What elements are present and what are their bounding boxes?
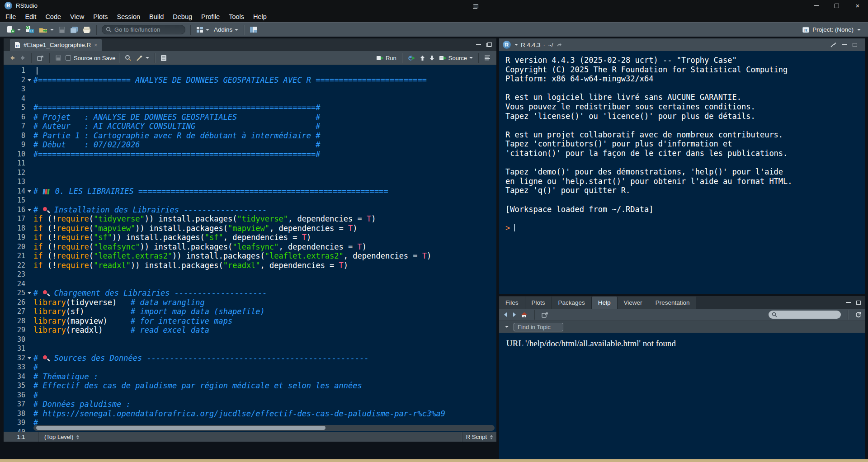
code-line[interactable]: 37# Données paludisme : (4, 400, 496, 409)
clear-console-icon[interactable] (830, 42, 837, 48)
menu-item-build[interactable]: Build (145, 11, 168, 22)
code-line[interactable]: 22if (!require("readxl")) install.packag… (4, 261, 496, 270)
fold-marker-icon[interactable] (25, 75, 33, 85)
code-line[interactable]: 36# (4, 391, 496, 400)
code-line[interactable]: 12 (4, 168, 496, 178)
run-button[interactable]: Run (374, 52, 399, 64)
fold-marker-icon[interactable] (25, 354, 33, 363)
fold-marker-icon[interactable] (25, 205, 33, 215)
cursor-position[interactable]: 1:1 (4, 432, 39, 442)
rerun-button[interactable] (406, 52, 418, 64)
go-previous-section-button[interactable] (418, 52, 427, 64)
maximize-button[interactable] (826, 0, 847, 11)
menu-item-code[interactable]: Code (41, 11, 66, 22)
code-line[interactable]: 28library(mapview) # for interactive map… (4, 316, 496, 326)
maximize-pane-icon[interactable] (853, 43, 857, 47)
open-file-button[interactable] (37, 24, 56, 36)
tab-plots[interactable]: Plots (525, 297, 552, 309)
find-options-button[interactable] (502, 323, 510, 331)
code-line[interactable]: 10#=====================================… (4, 150, 496, 159)
menu-item-help[interactable]: Help (249, 11, 271, 22)
popout-button[interactable] (35, 52, 46, 64)
workspace-grid-button[interactable] (194, 24, 212, 36)
fold-marker-icon[interactable] (25, 187, 33, 196)
scope-selector[interactable]: (Top Level) (39, 434, 79, 440)
menu-item-tools[interactable]: Tools (224, 11, 249, 22)
file-type-selector[interactable]: R Script (462, 432, 496, 442)
forward-button[interactable] (18, 52, 28, 64)
minimize-pane-icon[interactable] (476, 44, 481, 45)
code-line[interactable]: 26library(tidyverse) # data wrangling (4, 298, 496, 307)
code-line[interactable]: 1 (4, 66, 496, 75)
new-project-button[interactable]: R (23, 24, 37, 36)
code-line[interactable]: 35# Effectif des cas de paludisme par ré… (4, 381, 496, 391)
goto-file-input[interactable]: Go to file/function (102, 25, 185, 34)
code-line[interactable]: 19if (!require("sf")) install.packages("… (4, 233, 496, 242)
code-tools-button[interactable] (134, 52, 151, 64)
menu-item-debug[interactable]: Debug (168, 11, 197, 22)
popout-icon[interactable] (542, 312, 548, 318)
tab-files[interactable]: Files (499, 297, 525, 309)
code-line[interactable]: 17if (!require("tidyverse")) install.pac… (4, 214, 496, 224)
code-line[interactable]: 29library(readxl) # read excel data (4, 325, 496, 335)
code-line[interactable]: 16# Installation des Librairies --------… (4, 205, 496, 215)
fold-marker-icon[interactable] (25, 288, 33, 298)
project-menu-button[interactable]: R Project: (None) (802, 26, 863, 33)
help-search-input[interactable] (769, 311, 841, 319)
code-line[interactable]: 14# 0. LES LIBRAIRIES ==================… (4, 187, 496, 196)
code-line[interactable]: 33# (4, 363, 496, 372)
code-line[interactable]: 32# Sources des Données ----------------… (4, 354, 496, 363)
maximize-pane-icon[interactable] (486, 42, 492, 47)
save-file-button[interactable] (53, 52, 64, 64)
back-button[interactable] (7, 52, 18, 64)
console-prompt-line[interactable]: > (505, 223, 865, 233)
new-file-button[interactable] (5, 24, 23, 36)
console-output[interactable]: R version 4.4.3 (2025-02-28 ucrt) -- "Tr… (499, 51, 865, 294)
menu-item-file[interactable]: File (1, 11, 20, 22)
code-line[interactable]: 2#==================== ANALYSE DE DONNEE… (4, 75, 496, 85)
tab-viewer[interactable]: Viewer (618, 297, 649, 309)
home-icon[interactable] (521, 312, 528, 318)
code-line[interactable]: 21if (!require("leaflet.extras2")) insta… (4, 251, 496, 261)
code-line[interactable]: 5#======================================… (4, 103, 496, 113)
horizontal-scrollbar[interactable] (33, 425, 495, 431)
code-line[interactable]: 11 (4, 159, 496, 168)
compile-report-button[interactable] (158, 52, 169, 64)
code-line[interactable]: 8# Partie 1 : Cartographie avec R de déb… (4, 131, 496, 141)
close-tab-icon[interactable] (94, 42, 97, 48)
code-line[interactable]: 38# https://senegal.opendataforafrica.or… (4, 409, 496, 419)
forward-arrow-icon[interactable] (512, 312, 517, 317)
source-button[interactable]: Source (437, 52, 475, 64)
go-next-section-button[interactable] (427, 52, 437, 64)
menu-item-session[interactable]: Session (112, 11, 145, 22)
addins-button[interactable]: Addins (212, 24, 241, 36)
menu-item-plots[interactable]: Plots (89, 11, 112, 22)
menu-item-edit[interactable]: Edit (20, 11, 41, 22)
code-line[interactable]: 23 (4, 270, 496, 279)
code-line[interactable]: 25# Chargement des Librairies ----------… (4, 288, 496, 298)
minimize-pane-icon[interactable] (846, 302, 851, 303)
code-line[interactable]: 3 (4, 85, 496, 94)
code-line[interactable]: 24 (4, 279, 496, 289)
save-all-button[interactable] (68, 24, 80, 36)
minimize-pane-icon[interactable] (842, 44, 847, 45)
minimize-button[interactable] (806, 0, 826, 11)
code-line[interactable]: 15 (4, 196, 496, 205)
code-line[interactable]: 31 (4, 344, 496, 354)
source-on-save-checkbox[interactable] (66, 55, 71, 61)
refresh-icon[interactable] (855, 311, 862, 318)
scrollbar-thumb[interactable] (36, 426, 326, 430)
code-line[interactable]: 30 (4, 335, 496, 344)
restore-pane-icon[interactable] (473, 4, 478, 9)
document-outline-button[interactable] (482, 52, 493, 64)
panes-layout-button[interactable] (247, 24, 259, 36)
open-in-window-icon[interactable] (556, 42, 562, 47)
print-button[interactable] (80, 24, 93, 36)
find-in-topic-input[interactable]: Find in Topic (514, 323, 563, 331)
code-line[interactable]: 18if (!require("mapview")) install.packa… (4, 224, 496, 233)
editor-tab[interactable]: R #Etape1_Cartographie.R (10, 39, 102, 51)
menu-item-profile[interactable]: Profile (197, 11, 224, 22)
back-arrow-icon[interactable] (503, 312, 508, 317)
maximize-pane-icon[interactable] (856, 301, 861, 305)
code-line[interactable]: 6# Projet : ANALYSE DE DONNEES GEOSPATIA… (4, 113, 496, 122)
